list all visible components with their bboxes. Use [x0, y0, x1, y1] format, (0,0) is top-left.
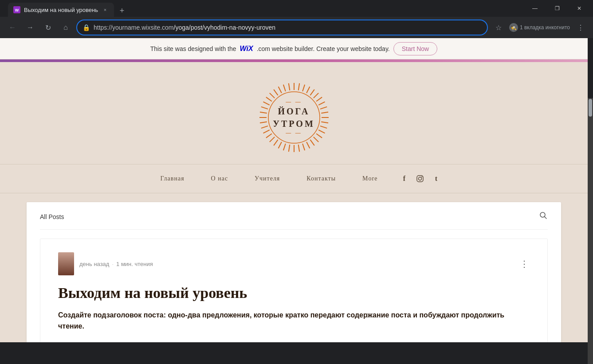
svg-line-36 [263, 102, 269, 105]
svg-line-48 [545, 217, 547, 219]
site-body: — — ЙОГА УТРОМ — — Главная О нас Учителя… [0, 62, 588, 342]
svg-line-27 [274, 140, 278, 145]
post-card: день назад · 1 мин. чтения ⋮ Выходим на … [40, 239, 548, 342]
all-posts-label[interactable]: All Posts [40, 213, 64, 220]
svg-line-40 [278, 87, 281, 93]
website-viewport: This site was designed with the WiX .com… [0, 38, 593, 342]
refresh-button[interactable]: ↻ [41, 20, 55, 35]
tab-close-btn[interactable]: × [102, 6, 109, 13]
svg-line-21 [302, 144, 305, 150]
svg-line-29 [266, 133, 271, 137]
bookmark-button[interactable]: ☆ [491, 20, 506, 35]
incognito-badge: 🕵 1 вкладка инкогнито [509, 23, 570, 32]
tab-bar: W Выходим на новый уровень × + [4, 0, 521, 17]
svg-line-19 [310, 140, 314, 145]
svg-point-46 [421, 176, 422, 177]
logo-text: — — ЙОГА УТРОМ — — [273, 99, 315, 136]
post-meta: день назад · 1 мин. чтения ⋮ [58, 252, 530, 275]
forward-button[interactable]: → [23, 20, 37, 35]
scrollbar[interactable] [588, 98, 593, 364]
wix-banner: This site was designed with the WiX .com… [0, 38, 588, 59]
active-tab[interactable]: W Выходим на новый уровень × [8, 3, 114, 17]
browser-chrome: W Выходим на новый уровень × + — ❐ ✕ ← →… [0, 0, 593, 38]
svg-line-11 [320, 107, 326, 109]
svg-line-32 [259, 122, 267, 123]
svg-rect-44 [417, 176, 423, 182]
svg-line-6 [306, 87, 310, 93]
close-button[interactable]: ✕ [569, 0, 589, 17]
svg-line-12 [321, 112, 328, 114]
svg-line-7 [310, 90, 314, 95]
title-bar: W Выходим на новый уровень × + — ❐ ✕ [0, 0, 593, 17]
wix-brand: WiX [240, 45, 253, 53]
svg-line-38 [269, 93, 274, 98]
maximize-button[interactable]: ❐ [547, 0, 567, 17]
instagram-icon[interactable] [416, 174, 424, 183]
new-tab-button[interactable]: + [116, 4, 128, 17]
minimize-button[interactable]: — [525, 0, 545, 17]
post-time: день назад [79, 261, 109, 267]
post-read-time: 1 мин. чтения [116, 261, 153, 267]
start-now-button[interactable]: Start Now [393, 42, 437, 55]
incognito-text: 1 вкладка инкогнито [520, 24, 570, 31]
svg-line-17 [316, 133, 322, 137]
post-meta-dot: · [112, 261, 114, 267]
svg-line-24 [288, 145, 290, 152]
svg-line-4 [298, 83, 299, 90]
home-button[interactable]: ⌂ [59, 20, 73, 35]
blog-container: All Posts день на [27, 202, 561, 342]
address-bar[interactable]: 🔒 https://yourname.wixsite.com/yoga/post… [76, 20, 488, 35]
svg-line-42 [288, 83, 290, 90]
svg-line-5 [302, 85, 305, 91]
lock-icon: 🔒 [82, 24, 90, 31]
wix-banner-text-before: This site was designed with the [150, 45, 236, 52]
logo-dash-top: — — [273, 99, 315, 105]
post-title: Выходим на новый уровень [58, 284, 530, 302]
social-icons: f t [400, 174, 440, 183]
browser-menu-button[interactable]: ⋮ [573, 20, 588, 35]
twitter-icon[interactable]: t [432, 174, 440, 183]
svg-line-30 [263, 130, 269, 133]
svg-line-16 [318, 130, 325, 133]
scrollbar-thumb[interactable] [589, 99, 592, 117]
svg-point-45 [419, 177, 422, 180]
blog-area: All Posts день на [0, 193, 588, 342]
logo-circle: — — ЙОГА УТРОМ — — [256, 80, 332, 155]
post-subtitle: Создайте подзаголовок поста: одно-два пр… [58, 309, 530, 332]
svg-text:W: W [15, 8, 19, 12]
nav-item-home[interactable]: Главная [147, 172, 198, 186]
logo-line2: УТРОМ [273, 117, 315, 130]
svg-line-15 [320, 126, 326, 128]
logo-line1: ЙОГА [273, 105, 315, 117]
facebook-icon[interactable]: f [400, 174, 408, 183]
nav-item-more[interactable]: More [349, 172, 391, 186]
site-nav: Главная О нас Учителя Контакты More f t [0, 164, 588, 193]
post-avatar [58, 252, 74, 275]
svg-line-39 [274, 90, 278, 95]
svg-line-31 [261, 126, 267, 128]
back-button[interactable]: ← [5, 20, 20, 35]
svg-line-10 [318, 102, 325, 105]
nav-item-about[interactable]: О нас [198, 172, 242, 186]
address-path: /yoga/post/vyhodim-na-novyy-uroven [174, 24, 276, 31]
wix-banner-text-after: .com website builder. Create your websit… [257, 45, 390, 52]
svg-line-35 [261, 107, 267, 109]
svg-line-20 [306, 142, 310, 148]
search-button[interactable] [539, 211, 548, 222]
svg-line-9 [316, 97, 322, 101]
address-right: ☆ 🕵 1 вкладка инкогнито ⋮ [491, 20, 588, 35]
svg-line-28 [269, 137, 274, 142]
svg-line-41 [283, 85, 285, 91]
nav-item-contacts[interactable]: Контакты [293, 172, 349, 186]
svg-line-14 [321, 122, 328, 123]
svg-line-8 [313, 93, 318, 98]
nav-item-teachers[interactable]: Учителя [241, 172, 293, 186]
address-text: https://yourname.wixsite.com/yoga/post/v… [94, 24, 482, 31]
svg-line-18 [313, 137, 318, 142]
svg-line-34 [259, 112, 267, 114]
logo-area: — — ЙОГА УТРОМ — — [0, 62, 588, 164]
blog-header: All Posts [40, 211, 548, 230]
post-options-button[interactable]: ⋮ [520, 258, 530, 269]
logo-dash-bottom: — — [273, 130, 315, 136]
address-base: https://yourname.wixsite.com [94, 24, 174, 31]
